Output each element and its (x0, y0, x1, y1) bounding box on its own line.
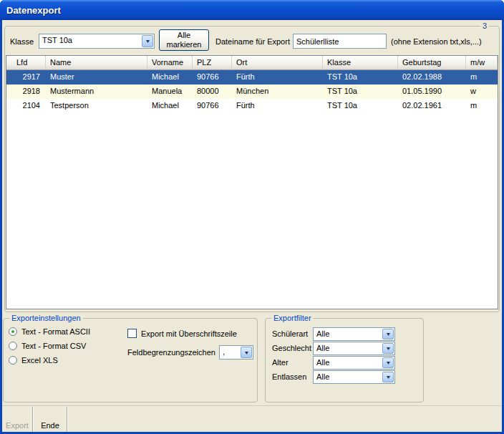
table-cell: Michael (147, 70, 193, 85)
table-cell: w (466, 85, 498, 99)
export-filter-title: Exportfilter (271, 314, 314, 322)
header-checkbox-row[interactable]: Export mit Überschriftszeile (127, 329, 237, 338)
filename-input[interactable] (293, 34, 387, 49)
table-cell: 02.02.1961 (398, 99, 466, 113)
filter-rows: SchülerartAlleGeschlechtAlleAlterAlleEnt… (272, 327, 398, 384)
table-cell: 90766 (193, 99, 232, 113)
radio-icon[interactable] (9, 356, 17, 365)
filter-label: Schülerart (272, 329, 313, 338)
filter-combo-alter[interactable]: Alle (313, 356, 395, 370)
column-header-geburtstag[interactable]: Geburtstag (398, 56, 466, 69)
filter-label: Entlassen (272, 372, 313, 381)
combo-value: Alle (314, 328, 382, 340)
filter-combo-schülerart[interactable]: Alle (313, 327, 395, 341)
table-header: LfdNameVornamePLZOrtKlasseGeburtstagm/w (6, 56, 498, 70)
format-radio-2[interactable]: Excel XLS (9, 353, 90, 367)
delimiter-label: Feldbegrenzungszeichen (127, 348, 215, 357)
filter-combo-entlassen[interactable]: Alle (313, 370, 395, 384)
chevron-down-icon[interactable] (241, 347, 252, 358)
chevron-down-icon[interactable] (382, 329, 394, 339)
table-cell: TST 10a (323, 99, 398, 113)
table-cell: 02.02.1988 (398, 70, 466, 85)
format-radio-group: Text - Format ASCIIText - Format CSVExce… (9, 324, 90, 367)
chevron-down-icon[interactable] (142, 35, 153, 47)
table-cell: 80000 (193, 85, 232, 99)
table-cell: 2104 (6, 99, 46, 113)
table-cell: Manuela (147, 85, 193, 99)
export-button[interactable]: Export (4, 408, 30, 431)
table-cell: München (232, 85, 323, 99)
filename-hint: (ohne Extension txt,xls,...) (391, 37, 482, 46)
chevron-down-icon[interactable] (382, 343, 394, 354)
table-cell: m (466, 99, 498, 113)
table-cell: m (466, 70, 498, 85)
table-cell: 2918 (6, 85, 46, 99)
table-cell: 2917 (6, 70, 46, 85)
column-header-ort[interactable]: Ort (232, 56, 323, 69)
select-all-button[interactable]: Alle markieren (159, 29, 209, 51)
chevron-down-icon[interactable] (382, 372, 394, 382)
radio-icon[interactable] (9, 342, 17, 350)
toolbar-divider (67, 407, 68, 432)
combo-value: Alle (314, 357, 382, 369)
format-radio-1[interactable]: Text - Format CSV (9, 339, 90, 353)
radio-icon[interactable] (9, 327, 17, 336)
checkbox-icon[interactable] (127, 329, 137, 338)
filter-label: Alter (272, 358, 313, 367)
combo-value: Alle (314, 371, 382, 383)
frame-caption: 3 (480, 21, 489, 30)
column-header-lfd[interactable]: Lfd (6, 56, 46, 69)
column-header-klasse[interactable]: Klasse (323, 56, 398, 69)
chevron-down-icon[interactable] (382, 357, 394, 368)
filter-row: EntlassenAlle (272, 370, 398, 384)
bottombar-separator (2, 405, 502, 406)
filter-row: AlterAlle (272, 355, 398, 370)
table-cell: Michael (147, 99, 193, 113)
column-header-name[interactable]: Name (46, 56, 147, 69)
titlebar[interactable]: Datenexport (0, 0, 504, 20)
table-cell: Mustermann (46, 85, 147, 99)
table-cell: TST 10a (323, 70, 398, 85)
student-table: LfdNameVornamePLZOrtKlasseGeburtstagm/w … (6, 55, 498, 309)
column-header-vorname[interactable]: Vorname (147, 56, 193, 69)
table-body: 2917MusterMichael90766FürthTST 10a02.02.… (6, 70, 498, 113)
delimiter-combo[interactable]: , (219, 345, 253, 360)
table-cell: 90766 (193, 70, 232, 85)
format-radio-0[interactable]: Text - Format ASCII (9, 324, 90, 339)
table-cell: Fürth (232, 99, 323, 113)
table-cell: TST 10a (323, 85, 398, 99)
column-header-plz[interactable]: PLZ (193, 56, 232, 69)
filter-row: GeschlechtAlle (272, 341, 398, 355)
table-row[interactable]: 2104TestpersonMichael90766FürthTST 10a02… (6, 99, 498, 113)
table-cell: Fürth (232, 70, 323, 85)
ende-button[interactable]: Ende (37, 408, 64, 431)
klasse-combo-value: TST 10a (39, 34, 141, 48)
combo-value: Alle (314, 342, 382, 355)
header-checkbox-label: Export mit Überschriftszeile (141, 329, 237, 338)
klasse-label: Klasse (10, 37, 34, 46)
export-settings-title: Exporteinstellungen (9, 314, 83, 322)
table-cell: 01.05.1990 (398, 85, 466, 99)
table-row[interactable]: 2917MusterMichael90766FürthTST 10a02.02.… (6, 70, 498, 85)
filename-label: Dateiname für Export (215, 37, 290, 46)
filter-combo-geschlecht[interactable]: Alle (313, 342, 395, 355)
table-row[interactable]: 2918MustermannManuela80000MünchenTST 10a… (6, 85, 498, 99)
window-title: Datenexport (0, 5, 61, 16)
filter-label: Geschlecht (272, 344, 313, 352)
radio-label: Text - Format ASCII (21, 327, 90, 336)
filter-row: SchülerartAlle (272, 327, 398, 341)
delimiter-combo-value: , (220, 346, 240, 359)
column-header-m-w[interactable]: m/w (466, 56, 498, 69)
klasse-combo[interactable]: TST 10a (39, 34, 155, 49)
toolbar-divider (32, 407, 34, 432)
datenexport-window: Datenexport 3 Klasse TST 10a Alle markie… (0, 0, 504, 434)
radio-label: Excel XLS (21, 356, 58, 365)
table-cell: Muster (46, 70, 147, 85)
radio-label: Text - Format CSV (21, 342, 86, 350)
table-cell: Testperson (46, 99, 147, 113)
